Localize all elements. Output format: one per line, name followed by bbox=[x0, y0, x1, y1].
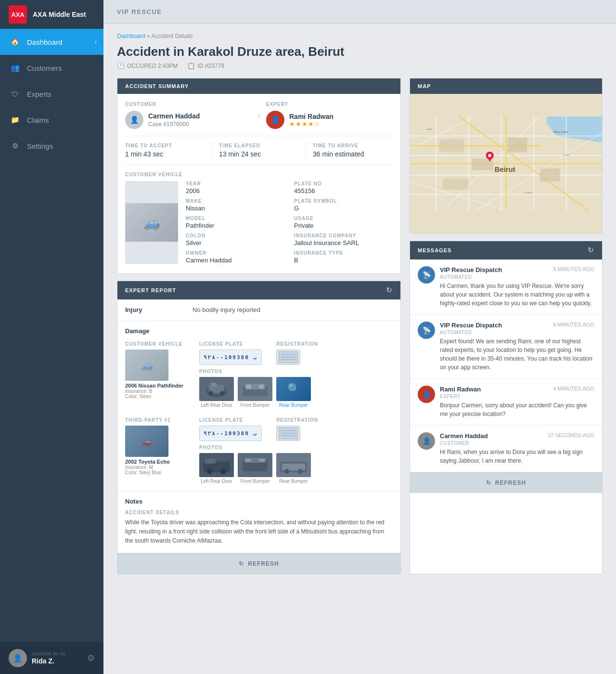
vehicle-row: 🚙 YEAR 2006 PLATE NO 455156 bbox=[125, 181, 393, 264]
topbar: VIP RESCUE bbox=[103, 0, 616, 24]
expert-label: EXPERT bbox=[266, 102, 393, 107]
msg-content-1: VIP Rescue Dispatch 8 MINUTES AGO AUTOMA… bbox=[440, 266, 594, 308]
cv-photo-3[interactable]: 🔍 Rear Bumper bbox=[276, 377, 311, 408]
sidebar-item-claims[interactable]: 📁 Claims bbox=[0, 107, 103, 133]
expert-block: EXPERT 👤 Rami Radwan ★★★★☆ bbox=[266, 102, 393, 129]
expert-stars: ★★★★☆ bbox=[289, 120, 334, 128]
notes-section: Notes ACCIDENT DETAILS While the Toyota … bbox=[117, 491, 400, 553]
expert-report-refresh-icon[interactable]: ↻ bbox=[386, 286, 393, 295]
map-card: MAP bbox=[410, 78, 603, 234]
time-elapsed: TIME ELAPSED 13 min 24 sec bbox=[219, 143, 306, 158]
accident-summary-body: CUSTOMER 👤 Carmen Haddad Case #1976000 › bbox=[117, 94, 400, 273]
sidebar-item-settings[interactable]: ⚙ Settings bbox=[0, 133, 103, 159]
customer-avatar: 👤 bbox=[125, 111, 143, 129]
cv-license-plate: ب 109380-٩٣٨٠ bbox=[199, 350, 262, 365]
message-item: 📡 VIP Rescue Dispatch 8 MINUTES AGO AUTO… bbox=[410, 259, 602, 315]
tp-car-image: 🚗 bbox=[125, 426, 168, 457]
cv-car-image: 🚙 bbox=[125, 350, 168, 381]
damage-row: Damage CUSTOMER VEHICLE 🚙 2006 Nissan Pa… bbox=[117, 321, 400, 491]
svg-point-9 bbox=[208, 391, 213, 396]
svg-text:الحمرا: الحمرا bbox=[563, 153, 569, 156]
svg-rect-8 bbox=[211, 383, 217, 387]
dashboard-icon: 🏠 bbox=[10, 37, 20, 47]
expert-report-header: EXPERT REPORT ↻ bbox=[117, 281, 400, 299]
vehicle-section-label: CUSTOMER VEHICLE bbox=[125, 172, 393, 177]
svg-text:Beirut: Beirut bbox=[495, 166, 515, 173]
left-column: ACCIDENT SUMMARY CUSTOMER 👤 Carmen Hadda… bbox=[117, 78, 401, 574]
msg-content-4: Carmen Haddad 37 SECONDS AGO CUSTOMER Hi… bbox=[440, 432, 594, 465]
messages-refresh-button[interactable]: ↻ REFRESH bbox=[410, 472, 602, 493]
settings-icon: ⚙ bbox=[10, 141, 20, 151]
claims-icon: 📁 bbox=[10, 115, 20, 125]
cv-photo-1[interactable]: Left Rear Door bbox=[199, 377, 234, 408]
accident-id: ID #23779 bbox=[197, 63, 224, 69]
person-divider: › bbox=[252, 110, 266, 120]
vd-insurance-company: INSURANCE COMPANY Jalloul Insurance SARL bbox=[294, 233, 393, 246]
message-item: 👤 Carmen Haddad 37 SECONDS AGO CUSTOMER … bbox=[410, 426, 602, 472]
breadcrumb: Dashboard » Accident Details bbox=[117, 33, 603, 39]
tp-photos: Left Rear Door bbox=[199, 453, 393, 484]
messages-header: MESSAGES ↻ bbox=[410, 241, 602, 259]
sidebar-item-experts[interactable]: 🛡 Experts bbox=[0, 81, 103, 107]
sidebar-item-customers[interactable]: 👥 Customers bbox=[0, 55, 103, 81]
logo-icon: AXA bbox=[9, 5, 27, 24]
customers-icon: 👥 bbox=[10, 63, 20, 73]
messages-body: 📡 VIP Rescue Dispatch 8 MINUTES AGO AUTO… bbox=[410, 259, 602, 472]
tp-photo-1[interactable]: Left Rear Door bbox=[199, 453, 234, 484]
cv-photos: Left Rear Door bbox=[199, 377, 393, 408]
right-column: MAP bbox=[410, 78, 603, 574]
vehicle-image: 🚙 bbox=[125, 181, 178, 264]
vd-model: MODEL Pathfinder bbox=[186, 216, 284, 229]
cv-photo-2[interactable]: Front Bumper bbox=[238, 377, 272, 408]
svg-point-63 bbox=[488, 154, 491, 157]
customer-case: Case #1976000 bbox=[148, 121, 200, 128]
svg-rect-30 bbox=[259, 459, 265, 462]
id-icon: 📋 bbox=[187, 62, 195, 69]
occurred-time: OCCURED 2:43PM bbox=[127, 63, 178, 69]
breadcrumb-current: Accident Details bbox=[151, 33, 192, 39]
vd-plate-no: PLATE NO 455156 bbox=[294, 181, 393, 194]
times-row: TIME TO ACCEPT 1 min 43 sec TIME ELAPSED… bbox=[125, 143, 393, 165]
notes-text: While the Toyota driver was approaching … bbox=[125, 518, 393, 546]
damage-label: Damage bbox=[125, 327, 393, 335]
expert-avatar: 👤 bbox=[266, 111, 284, 129]
time-to-arrive: TIME TO ARRIVE 36 min estimated bbox=[313, 143, 393, 158]
map-svg: Beirut Beirut Souks باريس الحمرا bbox=[410, 94, 602, 233]
svg-rect-23 bbox=[205, 459, 216, 464]
tp-registration bbox=[276, 426, 300, 441]
msg-content-2: VIP Rescue Dispatch 6 MINUTES AGO AUTOMA… bbox=[440, 322, 594, 372]
vd-color: COLOR Silver bbox=[186, 233, 284, 246]
vd-year: YEAR 2006 bbox=[186, 181, 284, 194]
sidebar: AXA AXA Middle East 🏠 Dashboard › 👥 Cust… bbox=[0, 0, 103, 674]
tp-license-plate: ب 109380-٩٣٨٠ bbox=[199, 426, 262, 441]
svg-text:باريس: باريس bbox=[426, 127, 432, 130]
two-column-layout: ACCIDENT SUMMARY CUSTOMER 👤 Carmen Hadda… bbox=[117, 78, 603, 574]
sidebar-logo: AXA AXA Middle East bbox=[0, 0, 103, 29]
msg-content-3: Rami Radwan 4 MINUTES AGO EXPERT Bonjour… bbox=[440, 386, 594, 418]
svg-rect-14 bbox=[246, 385, 251, 389]
gear-icon[interactable]: ⚙ bbox=[87, 653, 95, 663]
messages-refresh-icon[interactable]: ↻ bbox=[588, 246, 594, 255]
logged-in-label: LOGGED IN AS bbox=[32, 651, 65, 656]
sidebar-item-dashboard[interactable]: 🏠 Dashboard › bbox=[0, 29, 103, 55]
third-party-damage: THIRD-PARTY #1 🚗 2002 Toyota Echo Insura… bbox=[125, 417, 393, 484]
expert-report-card: EXPERT REPORT ↻ Injury No bodily injury … bbox=[117, 281, 401, 574]
injury-row: Injury No bodily injury reported bbox=[117, 299, 400, 321]
company-name: AXA Middle East bbox=[33, 11, 86, 18]
dispatch-avatar-1: 📡 bbox=[418, 266, 435, 284]
svg-rect-59 bbox=[540, 168, 560, 181]
sidebar-item-label: Dashboard bbox=[27, 38, 62, 46]
experts-icon: 🛡 bbox=[10, 89, 20, 99]
accident-summary-header: ACCIDENT SUMMARY bbox=[117, 78, 400, 94]
dispatch-avatar-2: 📡 bbox=[418, 322, 435, 339]
accident-summary-card: ACCIDENT SUMMARY CUSTOMER 👤 Carmen Hadda… bbox=[117, 78, 401, 274]
notes-label: Notes bbox=[125, 498, 393, 505]
cv-damage-details: LICENSE PLATE ب 109380-٩٣٨٠ REGISTRATION bbox=[199, 341, 393, 408]
expert-report-refresh-button[interactable]: ↻ REFRESH bbox=[117, 553, 400, 574]
tp-photo-2[interactable]: Front Bumper bbox=[238, 453, 272, 484]
injury-label: Injury bbox=[125, 306, 164, 313]
tp-photo-3[interactable]: Rear Bumper bbox=[276, 453, 311, 484]
vehicle-details: YEAR 2006 PLATE NO 455156 MAKE bbox=[186, 181, 393, 264]
breadcrumb-dashboard[interactable]: Dashboard bbox=[117, 33, 145, 39]
accident-title: Accident in Karakol Druze area, Beirut bbox=[117, 44, 603, 59]
